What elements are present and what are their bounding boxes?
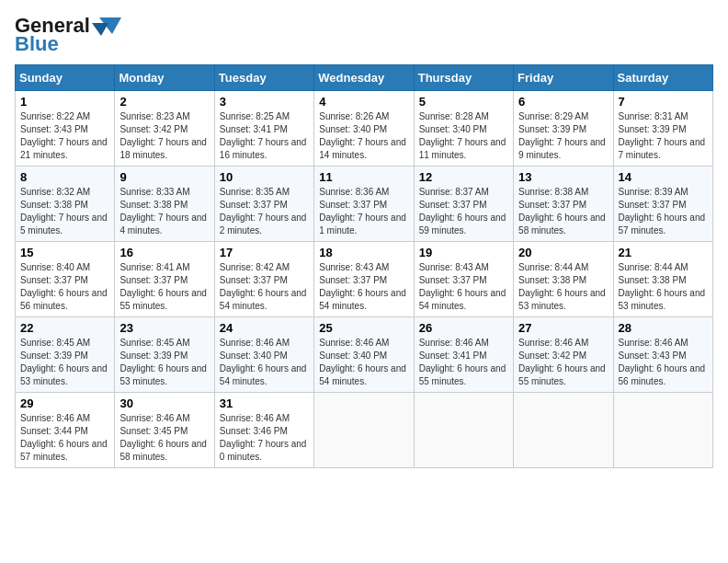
day-info: Sunrise: 8:46 AM Sunset: 3:41 PM Dayligh… xyxy=(419,337,508,388)
day-number: 4 xyxy=(319,95,408,109)
day-number: 5 xyxy=(419,95,508,109)
day-number: 21 xyxy=(619,246,708,259)
day-info: Sunrise: 8:36 AM Sunset: 3:37 PM Dayligh… xyxy=(319,186,408,237)
day-info: Sunrise: 8:45 AM Sunset: 3:39 PM Dayligh… xyxy=(20,337,109,388)
day-info: Sunrise: 8:41 AM Sunset: 3:37 PM Dayligh… xyxy=(119,261,209,313)
calendar-cell: 13Sunrise: 8:38 AM Sunset: 3:37 PM Dayli… xyxy=(514,167,613,242)
day-info: Sunrise: 8:32 AM Sunset: 3:38 PM Dayligh… xyxy=(20,186,109,237)
calendar-cell: 20Sunrise: 8:44 AM Sunset: 3:38 PM Dayli… xyxy=(514,242,613,317)
day-number: 7 xyxy=(619,95,708,109)
day-info: Sunrise: 8:28 AM Sunset: 3:40 PM Dayligh… xyxy=(419,110,508,162)
calendar-cell: 24Sunrise: 8:46 AM Sunset: 3:40 PM Dayli… xyxy=(214,317,313,393)
calendar-cell: 16Sunrise: 8:41 AM Sunset: 3:37 PM Dayli… xyxy=(115,242,214,317)
calendar-cell: 1Sunrise: 8:22 AM Sunset: 3:43 PM Daylig… xyxy=(16,91,115,167)
calendar-cell: 4Sunrise: 8:26 AM Sunset: 3:40 PM Daylig… xyxy=(314,91,414,167)
header-tuesday: Tuesday xyxy=(214,65,313,91)
calendar-cell: 11Sunrise: 8:36 AM Sunset: 3:37 PM Dayli… xyxy=(314,167,414,242)
day-info: Sunrise: 8:45 AM Sunset: 3:39 PM Dayligh… xyxy=(119,337,209,388)
calendar-cell: 3Sunrise: 8:25 AM Sunset: 3:41 PM Daylig… xyxy=(214,91,313,167)
calendar-cell: 8Sunrise: 8:32 AM Sunset: 3:38 PM Daylig… xyxy=(16,167,115,242)
calendar-week-2: 8Sunrise: 8:32 AM Sunset: 3:38 PM Daylig… xyxy=(16,167,713,242)
day-info: Sunrise: 8:38 AM Sunset: 3:37 PM Dayligh… xyxy=(518,186,608,237)
calendar-cell: 26Sunrise: 8:46 AM Sunset: 3:41 PM Dayli… xyxy=(414,317,513,393)
day-info: Sunrise: 8:46 AM Sunset: 3:40 PM Dayligh… xyxy=(220,337,309,388)
day-number: 29 xyxy=(20,396,109,410)
calendar-cell xyxy=(314,393,414,468)
day-info: Sunrise: 8:29 AM Sunset: 3:39 PM Dayligh… xyxy=(518,110,608,162)
day-number: 20 xyxy=(518,246,608,259)
day-number: 14 xyxy=(619,170,708,184)
calendar-table: SundayMondayTuesdayWednesdayThursdayFrid… xyxy=(15,64,713,468)
day-number: 16 xyxy=(119,246,209,259)
day-number: 13 xyxy=(518,170,608,184)
day-info: Sunrise: 8:46 AM Sunset: 3:40 PM Dayligh… xyxy=(319,337,408,388)
calendar-cell xyxy=(613,393,712,468)
calendar-week-1: 1Sunrise: 8:22 AM Sunset: 3:43 PM Daylig… xyxy=(16,91,713,167)
calendar-cell xyxy=(414,393,513,468)
day-number: 2 xyxy=(119,95,209,109)
day-number: 19 xyxy=(419,246,508,259)
calendar-cell: 23Sunrise: 8:45 AM Sunset: 3:39 PM Dayli… xyxy=(115,317,214,393)
day-info: Sunrise: 8:35 AM Sunset: 3:37 PM Dayligh… xyxy=(220,186,309,237)
calendar-cell: 6Sunrise: 8:29 AM Sunset: 3:39 PM Daylig… xyxy=(514,91,613,167)
day-number: 8 xyxy=(20,170,109,184)
header-friday: Friday xyxy=(514,65,613,91)
day-number: 26 xyxy=(419,321,508,335)
calendar-cell: 17Sunrise: 8:42 AM Sunset: 3:37 PM Dayli… xyxy=(214,242,313,317)
day-info: Sunrise: 8:46 AM Sunset: 3:45 PM Dayligh… xyxy=(119,412,209,464)
header-saturday: Saturday xyxy=(613,65,712,91)
day-number: 3 xyxy=(220,95,309,109)
day-info: Sunrise: 8:46 AM Sunset: 3:43 PM Dayligh… xyxy=(619,337,708,388)
day-info: Sunrise: 8:33 AM Sunset: 3:38 PM Dayligh… xyxy=(119,186,209,237)
calendar-cell: 30Sunrise: 8:46 AM Sunset: 3:45 PM Dayli… xyxy=(115,393,214,468)
day-info: Sunrise: 8:26 AM Sunset: 3:40 PM Dayligh… xyxy=(319,110,408,162)
calendar-cell: 2Sunrise: 8:23 AM Sunset: 3:42 PM Daylig… xyxy=(115,91,214,167)
page-header: General Blue xyxy=(15,15,713,55)
svg-marker-1 xyxy=(92,23,108,36)
calendar-body: 1Sunrise: 8:22 AM Sunset: 3:43 PM Daylig… xyxy=(16,91,713,468)
day-number: 15 xyxy=(20,246,109,259)
calendar-cell: 9Sunrise: 8:33 AM Sunset: 3:38 PM Daylig… xyxy=(115,167,214,242)
day-number: 17 xyxy=(220,246,309,259)
calendar-cell: 10Sunrise: 8:35 AM Sunset: 3:37 PM Dayli… xyxy=(214,167,313,242)
day-info: Sunrise: 8:22 AM Sunset: 3:43 PM Dayligh… xyxy=(20,110,109,162)
calendar-cell: 25Sunrise: 8:46 AM Sunset: 3:40 PM Dayli… xyxy=(314,317,414,393)
calendar-header: SundayMondayTuesdayWednesdayThursdayFrid… xyxy=(16,65,713,91)
day-info: Sunrise: 8:25 AM Sunset: 3:41 PM Dayligh… xyxy=(220,110,309,162)
day-number: 22 xyxy=(20,321,109,335)
calendar-week-5: 29Sunrise: 8:46 AM Sunset: 3:44 PM Dayli… xyxy=(16,393,713,468)
day-info: Sunrise: 8:43 AM Sunset: 3:37 PM Dayligh… xyxy=(319,261,408,313)
calendar-week-4: 22Sunrise: 8:45 AM Sunset: 3:39 PM Dayli… xyxy=(16,317,713,393)
logo: General Blue xyxy=(15,15,121,55)
day-number: 9 xyxy=(119,170,209,184)
day-info: Sunrise: 8:46 AM Sunset: 3:42 PM Dayligh… xyxy=(518,337,608,388)
day-number: 25 xyxy=(319,321,408,335)
calendar-cell: 27Sunrise: 8:46 AM Sunset: 3:42 PM Dayli… xyxy=(514,317,613,393)
calendar-cell: 18Sunrise: 8:43 AM Sunset: 3:37 PM Dayli… xyxy=(314,242,414,317)
calendar-cell: 5Sunrise: 8:28 AM Sunset: 3:40 PM Daylig… xyxy=(414,91,513,167)
day-info: Sunrise: 8:42 AM Sunset: 3:37 PM Dayligh… xyxy=(220,261,309,313)
day-number: 11 xyxy=(319,170,408,184)
calendar-cell: 19Sunrise: 8:43 AM Sunset: 3:37 PM Dayli… xyxy=(414,242,513,317)
calendar-cell: 29Sunrise: 8:46 AM Sunset: 3:44 PM Dayli… xyxy=(16,393,115,468)
day-info: Sunrise: 8:46 AM Sunset: 3:46 PM Dayligh… xyxy=(220,412,309,464)
day-number: 6 xyxy=(518,95,608,109)
header-sunday: Sunday xyxy=(16,65,115,91)
calendar-cell: 15Sunrise: 8:40 AM Sunset: 3:37 PM Dayli… xyxy=(16,242,115,317)
calendar-cell: 22Sunrise: 8:45 AM Sunset: 3:39 PM Dayli… xyxy=(16,317,115,393)
calendar-cell: 28Sunrise: 8:46 AM Sunset: 3:43 PM Dayli… xyxy=(613,317,712,393)
day-number: 18 xyxy=(319,246,408,259)
day-info: Sunrise: 8:43 AM Sunset: 3:37 PM Dayligh… xyxy=(419,261,508,313)
day-info: Sunrise: 8:37 AM Sunset: 3:37 PM Dayligh… xyxy=(419,186,508,237)
day-number: 31 xyxy=(220,396,309,410)
day-info: Sunrise: 8:46 AM Sunset: 3:44 PM Dayligh… xyxy=(20,412,109,464)
day-number: 23 xyxy=(119,321,209,335)
day-info: Sunrise: 8:44 AM Sunset: 3:38 PM Dayligh… xyxy=(619,261,708,313)
day-info: Sunrise: 8:39 AM Sunset: 3:37 PM Dayligh… xyxy=(619,186,708,237)
calendar-cell: 14Sunrise: 8:39 AM Sunset: 3:37 PM Dayli… xyxy=(613,167,712,242)
day-number: 10 xyxy=(220,170,309,184)
day-number: 30 xyxy=(119,396,209,410)
logo-icon xyxy=(92,16,121,36)
calendar-cell xyxy=(514,393,613,468)
day-number: 28 xyxy=(619,321,708,335)
